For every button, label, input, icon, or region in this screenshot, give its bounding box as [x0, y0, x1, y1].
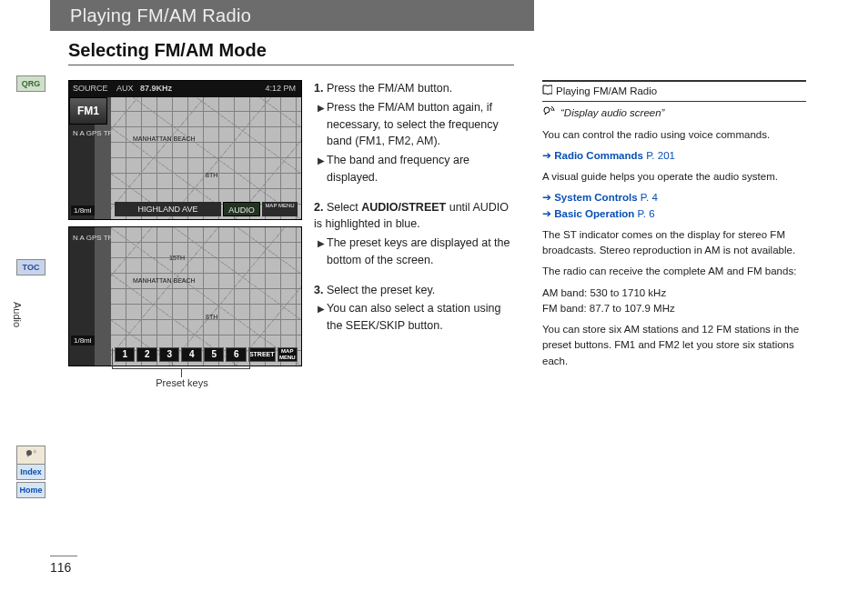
link-radio-commands-page: P. 201 — [646, 150, 675, 161]
info-p5: AM band: 530 to 1710 kHz — [542, 285, 806, 301]
shot2-city: MANHATTAN BEACH — [133, 277, 196, 284]
shot1-clock: 4:12 PM — [265, 84, 296, 93]
link-system-controls-page: P. 4 — [641, 192, 658, 203]
info-p1: You can control the radio using voice co… — [542, 127, 806, 143]
info-p4: The radio can receive the complete AM an… — [542, 264, 806, 279]
step-1-sub1: ▶Press the FM/AM button again, if necess… — [314, 99, 518, 150]
preset-keys-label: Preset keys — [118, 377, 246, 388]
link-arrow-icon: ➔ — [542, 150, 551, 161]
link-system-controls[interactable]: System Controls — [554, 192, 637, 203]
triangle-icon: ▶ — [318, 155, 325, 165]
triangle-icon: ▶ — [318, 103, 325, 113]
step-1-text: Press the FM/AM button. — [327, 82, 452, 95]
info-title: Playing FM/AM Radio — [556, 84, 657, 99]
shot1-city: MANHATTAN BEACH — [133, 135, 196, 142]
info-p6: FM band: 87.7 to 107.9 MHz — [542, 301, 806, 316]
link-arrow-icon: ➔ — [542, 208, 551, 219]
shot1-freq: 87.9KHz — [140, 84, 172, 93]
tab-voice[interactable] — [16, 446, 45, 466]
screenshot-presets: N A GPS TRF MANHATTAN BEACH 15TH 8TH 1/8… — [68, 226, 302, 366]
step-1-sub2: ▶The band and frequency are displayed. — [314, 152, 518, 186]
triangle-icon: ▶ — [318, 304, 325, 314]
shot1-street-highland: HIGHLAND AVE — [115, 202, 221, 216]
instruction-list: 1. Press the FM/AM button. ▶Press the FM… — [314, 80, 518, 347]
step-2-num: 2. — [314, 201, 323, 214]
step-3-text: Select the preset key. — [327, 284, 435, 296]
preset-bracket — [112, 348, 250, 369]
step-1: 1. Press the FM/AM button. ▶Press the FM… — [314, 80, 518, 186]
note-icon — [542, 84, 552, 99]
voice-icon — [25, 449, 37, 458]
shot2-15th: 15TH — [169, 255, 185, 261]
step-3-sub1: ▶You can also select a station using the… — [314, 300, 518, 335]
section-heading: Selecting FM/AM Mode — [68, 40, 514, 65]
section-label: Audio — [12, 302, 23, 327]
link-radio-commands[interactable]: Radio Commands — [554, 150, 643, 161]
info-p3: The ST indicator comes on the display fo… — [542, 227, 806, 259]
step-2: 2. Select AUDIO/STREET until AUDIO is hi… — [314, 199, 518, 269]
link-arrow-icon: ➔ — [542, 192, 551, 203]
shot1-mapmenu: MAP MENU — [262, 202, 298, 216]
step-1-num: 1. — [314, 82, 323, 95]
info-p2: A visual guide helps you operate the aud… — [542, 169, 806, 185]
shot1-band: FM1 — [69, 97, 107, 125]
shot2-street-btn: STREET — [248, 347, 276, 362]
tab-home[interactable]: Home — [16, 482, 45, 498]
step-3-num: 3. — [314, 284, 323, 296]
step-2-sub1: ▶The preset keys are displayed at the bo… — [314, 235, 518, 269]
info-p7: You can store six AM stations and 12 FM … — [542, 322, 806, 369]
step-2-pre: Select — [327, 201, 361, 214]
shot1-scale: 1/8mi — [71, 205, 95, 215]
info-panel: Playing FM/AM Radio “Display audio scree… — [542, 80, 806, 375]
shot1-audio-btn: AUDIO — [223, 202, 260, 216]
tab-qrg[interactable]: QRG — [16, 75, 45, 92]
link-basic-operation[interactable]: Basic Operation — [554, 208, 634, 219]
page-header: Playing FM/AM Radio — [50, 0, 534, 31]
step-2-bold: AUDIO/STREET — [361, 201, 446, 214]
step-3: 3. Select the preset key. ▶You can also … — [314, 282, 518, 335]
voice-command-text: “Display audio screen” — [560, 105, 664, 121]
tab-toc[interactable]: TOC — [16, 259, 45, 275]
shot2-8th: 8TH — [206, 314, 217, 320]
shot1-street-8th: 8TH — [206, 172, 217, 178]
triangle-icon: ▶ — [318, 238, 325, 248]
screenshot-fm-band: SOURCE AUX 87.9KHz 4:12 PM FM1 N A GPS T… — [68, 80, 302, 220]
shot1-source: SOURCE — [73, 84, 108, 93]
shot2-mapmenu: MAP MENU — [278, 347, 298, 362]
shot1-aux: AUX — [116, 84, 134, 93]
link-basic-operation-page: P. 6 — [638, 208, 655, 219]
voice-icon — [542, 105, 555, 121]
page-number: 116 — [50, 556, 77, 575]
tab-index[interactable]: Index — [16, 464, 45, 480]
shot2-scale: 1/8mi — [71, 336, 95, 346]
